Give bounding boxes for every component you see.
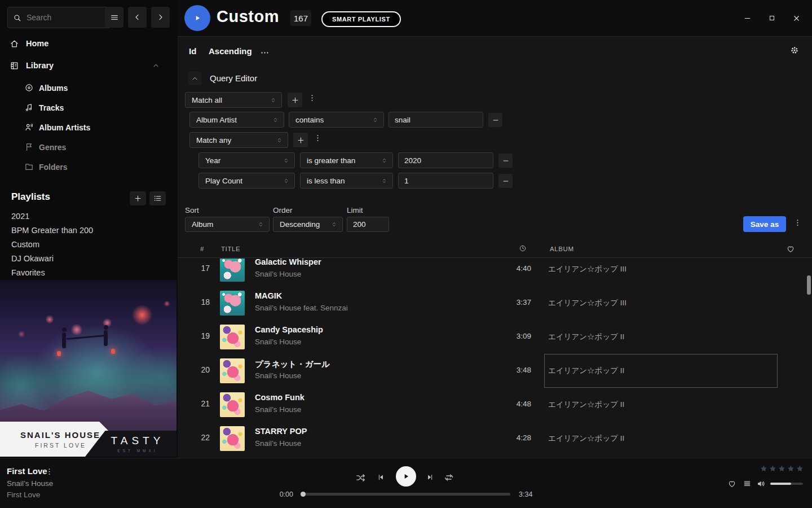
star-icon[interactable] (787, 465, 795, 473)
playlist-item[interactable]: DJ Okawari (11, 251, 164, 265)
now-playing-menu-button[interactable] (45, 467, 54, 478)
rule-field-select[interactable]: Play Count (198, 173, 295, 189)
rule-value-input[interactable] (398, 173, 493, 189)
save-menu-button[interactable] (793, 218, 802, 229)
chevron-up-icon[interactable] (152, 62, 160, 69)
toolbar-more-button[interactable] (260, 48, 270, 59)
favorite-button[interactable] (727, 479, 736, 490)
track-album[interactable]: エイリアン☆ポップ III (548, 264, 626, 274)
add-playlist-button[interactable] (130, 191, 146, 205)
rule-value-input[interactable] (398, 152, 493, 168)
track-row[interactable]: 18MAGIKSnail’s House feat. Sennzai3:37エイ… (178, 286, 812, 320)
column-title[interactable]: TITLE (221, 246, 240, 252)
track-album[interactable]: エイリアン☆ポップ II (548, 332, 624, 342)
rule-operator-select[interactable]: is less than (300, 173, 393, 189)
star-icon[interactable] (778, 465, 786, 473)
playlist-item[interactable]: Favorites (11, 265, 164, 279)
rating-stars[interactable] (760, 465, 804, 473)
star-icon[interactable] (760, 465, 768, 473)
window-maximize-button[interactable] (764, 10, 780, 26)
rule-field-select[interactable]: Album Artist (189, 112, 284, 128)
track-album[interactable]: エイリアン☆ポップ II (548, 366, 624, 376)
queue-button[interactable] (743, 479, 752, 490)
group-menu-button-2[interactable] (314, 134, 322, 144)
sidebar-item-library[interactable]: Library (0, 56, 178, 75)
plus-icon (134, 194, 142, 203)
limit-label: Limit (347, 206, 363, 214)
search-field[interactable] (25, 12, 105, 23)
window-minimize-button[interactable] (739, 10, 755, 26)
rule-field-select[interactable]: Year (198, 152, 295, 168)
play-icon (401, 472, 411, 481)
search-input[interactable] (7, 7, 111, 28)
elapsed-time: 0:00 (265, 491, 293, 498)
maximize-icon (768, 14, 776, 22)
rule-operator-select[interactable]: is greater than (300, 152, 393, 168)
minus-icon (502, 157, 510, 165)
favorite-column-heart-icon[interactable] (786, 244, 795, 253)
previous-track-button[interactable] (377, 473, 385, 483)
rule-operator-select[interactable]: contains (289, 112, 384, 128)
column-number[interactable]: # (200, 246, 204, 252)
volume-slider[interactable] (770, 483, 803, 485)
match-type-select-1[interactable]: Match all (185, 92, 282, 108)
track-album[interactable]: エイリアン☆ポップ II (548, 400, 624, 410)
sort-select[interactable]: Album (185, 217, 270, 232)
duration-column-clock-icon[interactable] (519, 244, 527, 252)
nav-forward-button[interactable] (151, 7, 170, 28)
remove-rule-button[interactable] (488, 113, 502, 127)
track-row[interactable]: 21Cosmo FunkSnail’s House4:48エイリアン☆ポップ I… (178, 388, 812, 422)
playlist-item[interactable]: Custom (11, 237, 164, 251)
star-icon[interactable] (769, 465, 777, 473)
track-duration: 3:37 (485, 298, 531, 306)
sidebar-item-albums[interactable]: Albums (0, 78, 178, 98)
sidebar-item-album-artists[interactable]: Album Artists (0, 117, 178, 137)
add-rule-button-2[interactable] (293, 133, 308, 147)
order-select[interactable]: Descending (273, 217, 343, 232)
playlist-item[interactable]: BPM Greater than 200 (11, 223, 164, 237)
play-playlist-button[interactable] (184, 5, 210, 31)
track-album[interactable]: エイリアン☆ポップ III (548, 298, 626, 308)
match-type-select-2[interactable]: Match any (189, 132, 288, 148)
shuffle-button[interactable] (355, 472, 366, 485)
menu-button[interactable] (105, 7, 123, 28)
limit-input[interactable] (347, 217, 389, 232)
settings-gear-icon[interactable] (789, 45, 800, 55)
track-album[interactable]: エイリアン☆ポップ II (548, 433, 624, 444)
star-icon[interactable] (796, 465, 804, 473)
save-as-button[interactable]: Save as (743, 216, 786, 232)
group-menu-button-1[interactable] (308, 94, 316, 104)
sidebar-item-tracks[interactable]: Tracks (0, 98, 178, 117)
track-row[interactable]: 17Galactic WhisperSnail’s House4:40エイリアン… (178, 259, 812, 286)
query-editor-collapse-button[interactable] (188, 72, 201, 85)
sidebar-item-folders[interactable]: Folders (0, 157, 178, 177)
seek-bar[interactable] (302, 493, 510, 496)
volume-mute-button[interactable] (756, 479, 766, 491)
manage-playlists-button[interactable] (149, 191, 166, 205)
playlist-item[interactable]: 2021 (11, 209, 164, 223)
track-row[interactable]: 20プラネット・ガールSnail’s House3:48エイリアン☆ポップ II (178, 354, 812, 388)
track-row[interactable]: 22STARRY POPSnail’s House4:28エイリアン☆ポップ I… (178, 422, 812, 456)
play-pause-button[interactable] (396, 466, 416, 487)
window-close-button[interactable] (788, 10, 804, 26)
add-rule-button-1[interactable] (288, 93, 302, 107)
seek-handle[interactable] (301, 492, 306, 497)
remove-rule-button[interactable] (498, 154, 513, 168)
sort-direction-control[interactable]: Ascending (209, 46, 252, 56)
now-playing-artist[interactable]: Snail’s House (7, 479, 53, 488)
sidebar-item-home[interactable]: Home (0, 34, 178, 53)
remove-rule-button[interactable] (498, 174, 513, 188)
now-playing-album-art[interactable]: SNAIL'S HOUSE FIRST LOVE TASTY EST MMXI (0, 280, 176, 457)
nav-back-button[interactable] (128, 7, 147, 28)
column-album[interactable]: ALBUM (550, 246, 574, 252)
now-playing-album[interactable]: First Love (7, 491, 40, 499)
list-icon (153, 194, 162, 203)
rule-value-input[interactable] (389, 112, 483, 128)
sidebar-item-genres[interactable]: Genres (0, 137, 178, 157)
artist-icon (24, 122, 34, 132)
sort-field-control[interactable]: Id (189, 46, 196, 56)
track-row[interactable]: 19Candy SpaceshipSnail’s House3:09エイリアン☆… (178, 320, 812, 354)
next-track-button[interactable] (426, 473, 434, 483)
repeat-button[interactable] (444, 472, 454, 484)
scrollbar-thumb[interactable] (807, 275, 811, 295)
